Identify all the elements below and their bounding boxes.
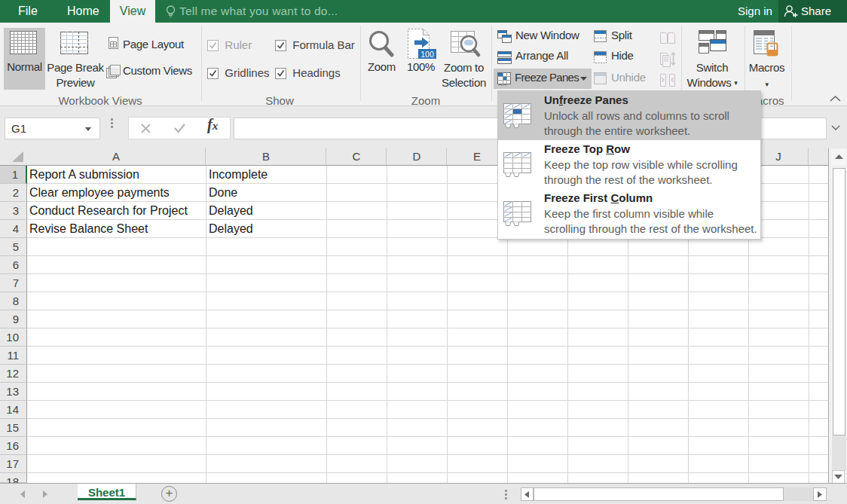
svg-text:100: 100	[420, 50, 434, 59]
